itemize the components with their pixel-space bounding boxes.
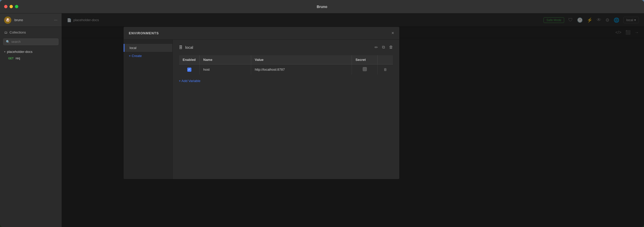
col-header-value: Value xyxy=(251,55,352,64)
main-content: 📄 placeholder-docs Safe Mode 🛡 🕐 ⚡ 👁 ⚙ 🌐… xyxy=(62,13,644,227)
search-bar[interactable]: 🔍 xyxy=(3,38,58,45)
add-variable-button[interactable]: + Add Variable xyxy=(179,79,200,83)
create-environment-button[interactable]: + Create xyxy=(124,52,172,60)
col-header-actions xyxy=(378,55,393,64)
col-header-name: Name xyxy=(200,55,251,64)
sidebar-item-placeholder-docs[interactable]: ▾ placeholder-docs xyxy=(0,48,62,55)
title-bar: Bruno xyxy=(0,0,644,13)
method-badge: GET xyxy=(8,57,14,60)
delete-icon[interactable]: 🗑 xyxy=(389,45,393,50)
sidebar-tree: ▾ placeholder-docs GET req xyxy=(0,47,62,62)
user-name: bruno xyxy=(14,18,23,22)
window-title: Bruno xyxy=(317,5,327,9)
environments-sidebar: local + Create xyxy=(124,40,173,179)
row-enabled-cell: ✓ xyxy=(179,64,200,75)
copy-icon[interactable]: ⧉ xyxy=(382,45,385,50)
environment-detail: 🗄 local ✏ ⧉ 🗑 xyxy=(173,40,399,179)
modal-header: ENVIRONMENTS × xyxy=(124,27,399,40)
avatar: 🐶 xyxy=(4,17,11,24)
row-value-cell: http://localhost:8787 xyxy=(251,64,352,75)
col-header-enabled: Enabled xyxy=(179,55,200,64)
env-detail-actions: ✏ ⧉ 🗑 xyxy=(375,45,393,50)
request-name: req xyxy=(16,56,20,60)
environment-item-local[interactable]: local xyxy=(124,44,172,52)
sidebar: 🐶 bruno ··· 🗂 Collections 🔍 ▾ p xyxy=(0,13,62,227)
env-detail-title: 🗄 local xyxy=(179,45,193,50)
search-input[interactable] xyxy=(11,40,56,44)
environments-modal: ENVIRONMENTS × local + Create xyxy=(124,27,399,179)
env-detail-header: 🗄 local ✏ ⧉ 🗑 xyxy=(179,45,393,50)
modal-close-button[interactable]: × xyxy=(391,30,394,36)
row-name-cell: host xyxy=(200,64,251,75)
row-secret-cell xyxy=(352,64,378,75)
modal-body: local + Create 🗄 local ✏ xyxy=(124,40,399,179)
more-options-button[interactable]: ··· xyxy=(54,18,57,22)
variables-table: Enabled Name Value Secret xyxy=(179,55,393,75)
traffic-lights xyxy=(4,5,18,8)
collections-label: 🗂 Collections xyxy=(4,30,57,34)
modal-title: ENVIRONMENTS xyxy=(129,31,159,35)
database-icon: 🗄 xyxy=(179,45,183,50)
collection-name: placeholder-docs xyxy=(7,50,32,54)
sidebar-top-bar: 🐶 bruno ··· xyxy=(0,13,62,27)
chevron-down-icon: ▾ xyxy=(4,50,5,53)
collections-icon: 🗂 xyxy=(4,30,7,34)
sidebar-item-req[interactable]: GET req xyxy=(0,55,62,61)
maximize-button[interactable] xyxy=(15,5,18,8)
table-row: ✓ host http://localhost:8787 xyxy=(179,64,393,75)
row-delete-icon[interactable]: 🗑 xyxy=(384,68,387,71)
minimize-button[interactable] xyxy=(10,5,13,8)
col-header-secret: Secret xyxy=(352,55,378,64)
close-button[interactable] xyxy=(4,5,7,8)
collections-section: 🗂 Collections xyxy=(0,27,62,36)
enabled-checkbox[interactable]: ✓ xyxy=(187,68,191,72)
row-delete-cell: 🗑 xyxy=(378,64,393,75)
secret-checkbox[interactable] xyxy=(363,67,367,71)
search-icon: 🔍 xyxy=(6,40,10,44)
edit-icon[interactable]: ✏ xyxy=(375,45,378,50)
